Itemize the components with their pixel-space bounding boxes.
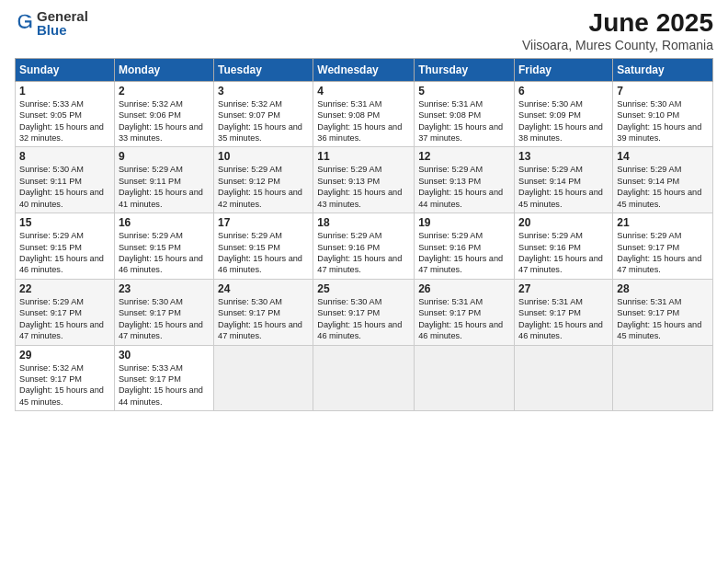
day-number: 5 [418, 85, 510, 98]
cell-info: Sunrise: 5:29 AM Sunset: 9:15 PM Dayligh… [19, 230, 110, 276]
table-row: 13 Sunrise: 5:29 AM Sunset: 9:14 PM Dayl… [515, 147, 613, 213]
table-row: 6 Sunrise: 5:30 AM Sunset: 9:09 PM Dayli… [515, 81, 613, 147]
table-row: 29 Sunrise: 5:32 AM Sunset: 9:17 PM Dayl… [16, 345, 115, 411]
cell-info: Sunrise: 5:30 AM Sunset: 9:17 PM Dayligh… [218, 296, 309, 342]
cell-info: Sunrise: 5:31 AM Sunset: 9:17 PM Dayligh… [518, 296, 609, 342]
calendar-week-row: 15 Sunrise: 5:29 AM Sunset: 9:15 PM Dayl… [16, 213, 713, 280]
cell-info: Sunrise: 5:30 AM Sunset: 9:11 PM Dayligh… [19, 164, 110, 210]
cell-info: Sunrise: 5:29 AM Sunset: 9:15 PM Dayligh… [218, 230, 309, 276]
day-number: 1 [19, 85, 110, 98]
day-number: 2 [119, 85, 210, 98]
day-number: 19 [418, 216, 510, 229]
table-row: 9 Sunrise: 5:29 AM Sunset: 9:11 PM Dayli… [114, 147, 213, 213]
cell-info: Sunrise: 5:29 AM Sunset: 9:17 PM Dayligh… [19, 296, 110, 342]
header-friday: Friday [515, 58, 613, 81]
logo-blue-text: Blue [37, 23, 88, 37]
header-tuesday: Tuesday [214, 58, 313, 81]
table-row: 5 Sunrise: 5:31 AM Sunset: 9:08 PM Dayli… [415, 81, 515, 147]
cell-info: Sunrise: 5:29 AM Sunset: 9:13 PM Dayligh… [317, 164, 410, 210]
cell-info: Sunrise: 5:31 AM Sunset: 9:08 PM Dayligh… [418, 98, 510, 144]
cell-info: Sunrise: 5:30 AM Sunset: 9:17 PM Dayligh… [317, 296, 410, 342]
table-row: 7 Sunrise: 5:30 AM Sunset: 9:10 PM Dayli… [613, 81, 713, 147]
cell-info: Sunrise: 5:30 AM Sunset: 9:09 PM Dayligh… [518, 98, 609, 144]
calendar-table: Sunday Monday Tuesday Wednesday Thursday… [15, 58, 713, 411]
header-thursday: Thursday [415, 58, 515, 81]
day-number: 26 [418, 282, 510, 295]
day-number: 3 [218, 85, 309, 98]
header-monday: Monday [114, 58, 213, 81]
calendar-week-row: 8 Sunrise: 5:30 AM Sunset: 9:11 PM Dayli… [16, 147, 713, 213]
calendar-week-row: 29 Sunrise: 5:32 AM Sunset: 9:17 PM Dayl… [16, 345, 713, 411]
day-number: 7 [617, 85, 709, 98]
table-row: 26 Sunrise: 5:31 AM Sunset: 9:17 PM Dayl… [415, 279, 515, 345]
cell-info: Sunrise: 5:29 AM Sunset: 9:16 PM Dayligh… [418, 230, 510, 276]
cell-info: Sunrise: 5:31 AM Sunset: 9:17 PM Dayligh… [617, 296, 709, 342]
calendar-title: June 2025 [522, 9, 713, 38]
day-number: 16 [119, 216, 210, 229]
cell-info: Sunrise: 5:31 AM Sunset: 9:08 PM Dayligh… [317, 98, 410, 144]
table-row [214, 345, 313, 411]
cell-info: Sunrise: 5:29 AM Sunset: 9:16 PM Dayligh… [317, 230, 410, 276]
cell-info: Sunrise: 5:29 AM Sunset: 9:17 PM Dayligh… [617, 230, 709, 276]
table-row: 17 Sunrise: 5:29 AM Sunset: 9:15 PM Dayl… [214, 213, 313, 280]
calendar-week-row: 22 Sunrise: 5:29 AM Sunset: 9:17 PM Dayl… [16, 279, 713, 345]
day-number: 24 [218, 282, 309, 295]
day-number: 10 [218, 150, 309, 163]
table-row: 23 Sunrise: 5:30 AM Sunset: 9:17 PM Dayl… [114, 279, 213, 345]
cell-info: Sunrise: 5:29 AM Sunset: 9:14 PM Dayligh… [617, 164, 709, 210]
day-number: 30 [119, 349, 210, 362]
day-number: 15 [19, 216, 110, 229]
table-row: 12 Sunrise: 5:29 AM Sunset: 9:13 PM Dayl… [415, 147, 515, 213]
table-row [313, 345, 415, 411]
table-row: 18 Sunrise: 5:29 AM Sunset: 9:16 PM Dayl… [313, 213, 415, 280]
table-row: 15 Sunrise: 5:29 AM Sunset: 9:15 PM Dayl… [16, 213, 115, 280]
table-row: 28 Sunrise: 5:31 AM Sunset: 9:17 PM Dayl… [613, 279, 713, 345]
table-row [515, 345, 613, 411]
table-row: 11 Sunrise: 5:29 AM Sunset: 9:13 PM Dayl… [313, 147, 415, 213]
cell-info: Sunrise: 5:29 AM Sunset: 9:13 PM Dayligh… [418, 164, 510, 210]
cell-info: Sunrise: 5:29 AM Sunset: 9:11 PM Dayligh… [119, 164, 210, 210]
day-number: 6 [518, 85, 609, 98]
day-number: 23 [119, 282, 210, 295]
logo-general-text: General [37, 9, 88, 23]
day-number: 25 [317, 282, 410, 295]
day-number: 27 [518, 282, 609, 295]
header: General Blue June 2025 Viisoara, Mures C… [15, 9, 713, 52]
day-number: 13 [518, 150, 609, 163]
calendar-week-row: 1 Sunrise: 5:33 AM Sunset: 9:05 PM Dayli… [16, 81, 713, 147]
cell-info: Sunrise: 5:31 AM Sunset: 9:17 PM Dayligh… [418, 296, 510, 342]
table-row: 10 Sunrise: 5:29 AM Sunset: 9:12 PM Dayl… [214, 147, 313, 213]
cell-info: Sunrise: 5:29 AM Sunset: 9:14 PM Dayligh… [518, 164, 609, 210]
cell-info: Sunrise: 5:29 AM Sunset: 9:15 PM Dayligh… [119, 230, 210, 276]
cell-info: Sunrise: 5:32 AM Sunset: 9:06 PM Dayligh… [119, 98, 210, 144]
cell-info: Sunrise: 5:33 AM Sunset: 9:05 PM Dayligh… [19, 98, 110, 144]
day-number: 14 [617, 150, 709, 163]
header-wednesday: Wednesday [313, 58, 415, 81]
calendar-header-row: Sunday Monday Tuesday Wednesday Thursday… [16, 58, 713, 81]
logo-icon [15, 11, 35, 31]
table-row: 1 Sunrise: 5:33 AM Sunset: 9:05 PM Dayli… [16, 81, 115, 147]
day-number: 20 [518, 216, 609, 229]
table-row: 21 Sunrise: 5:29 AM Sunset: 9:17 PM Dayl… [613, 213, 713, 280]
cell-info: Sunrise: 5:29 AM Sunset: 9:12 PM Dayligh… [218, 164, 309, 210]
day-number: 4 [317, 85, 410, 98]
cell-info: Sunrise: 5:33 AM Sunset: 9:17 PM Dayligh… [119, 362, 210, 408]
day-number: 21 [617, 216, 709, 229]
table-row [613, 345, 713, 411]
table-row: 30 Sunrise: 5:33 AM Sunset: 9:17 PM Dayl… [114, 345, 213, 411]
table-row: 25 Sunrise: 5:30 AM Sunset: 9:17 PM Dayl… [313, 279, 415, 345]
cell-info: Sunrise: 5:30 AM Sunset: 9:10 PM Dayligh… [617, 98, 709, 144]
table-row: 16 Sunrise: 5:29 AM Sunset: 9:15 PM Dayl… [114, 213, 213, 280]
cell-info: Sunrise: 5:29 AM Sunset: 9:16 PM Dayligh… [518, 230, 609, 276]
calendar-subtitle: Viisoara, Mures County, Romania [522, 38, 713, 52]
day-number: 29 [19, 349, 110, 362]
day-number: 17 [218, 216, 309, 229]
header-saturday: Saturday [613, 58, 713, 81]
table-row: 4 Sunrise: 5:31 AM Sunset: 9:08 PM Dayli… [313, 81, 415, 147]
day-number: 8 [19, 150, 110, 163]
table-row: 24 Sunrise: 5:30 AM Sunset: 9:17 PM Dayl… [214, 279, 313, 345]
table-row: 3 Sunrise: 5:32 AM Sunset: 9:07 PM Dayli… [214, 81, 313, 147]
table-row: 20 Sunrise: 5:29 AM Sunset: 9:16 PM Dayl… [515, 213, 613, 280]
logo-text: General Blue [37, 9, 88, 37]
title-block: June 2025 Viisoara, Mures County, Romani… [522, 9, 713, 52]
